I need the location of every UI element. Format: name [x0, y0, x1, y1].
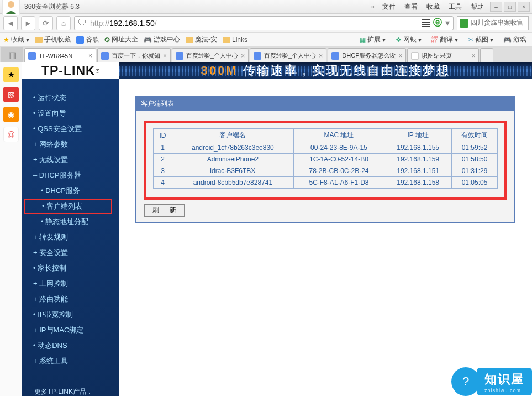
nav-item[interactable]: 上网控制: [22, 276, 119, 291]
nav-item[interactable]: 转发规则: [22, 230, 119, 245]
close-button[interactable]: ×: [518, 2, 530, 12]
nav-item[interactable]: 运行状态: [22, 90, 119, 106]
rail-at-icon[interactable]: @: [3, 127, 19, 142]
table-cell: 192.168.1.151: [384, 165, 452, 177]
bookmark-sites[interactable]: ✪网址大全: [104, 35, 138, 44]
tab-image[interactable]: 识图结果页×: [407, 48, 479, 62]
google-icon: [76, 36, 84, 44]
table-cell: 192.168.1.158: [384, 177, 452, 189]
table-cell: 1C-1A-C0-52-14-B0: [293, 154, 384, 165]
main-area: ★ ▧ ◉ @ TP-LINK® 300M 传输速率，实现无线自由连接梦想 运行…: [0, 62, 532, 396]
table-cell: AdminiseiPhone2: [172, 154, 293, 165]
bookmark-magic[interactable]: 魔法-安: [186, 35, 217, 44]
menu-view[interactable]: 查看: [400, 2, 422, 12]
router-content: 客户端列表 ID客户端名MAC 地址IP 地址有效时间 1android_1cf…: [119, 79, 532, 396]
forward-button[interactable]: ►: [21, 16, 35, 30]
qrcode-icon[interactable]: [422, 19, 430, 27]
tab-close-icon[interactable]: ×: [88, 52, 92, 60]
back-button[interactable]: ◄: [3, 16, 18, 30]
bank-button[interactable]: ❖网银 ▾: [393, 35, 424, 44]
nav-item[interactable]: 路由功能: [22, 291, 119, 307]
table-cell: 01:59:52: [452, 142, 498, 154]
tab-close-icon[interactable]: ×: [471, 52, 475, 60]
menu-favorites[interactable]: 收藏: [422, 2, 444, 12]
rail-shop-icon[interactable]: ▧: [3, 87, 19, 102]
table-cell: android_1cf78b263c3ee830: [172, 142, 293, 154]
star-icon: ★: [3, 36, 9, 44]
nav-item[interactable]: DHCP服务: [22, 183, 119, 199]
tab-dhcp[interactable]: DHCP服务器怎么设×: [328, 48, 406, 62]
nav-label: 动态DNS: [38, 341, 67, 350]
ext-button[interactable]: ▦扩展 ▾: [357, 35, 388, 44]
tab-jingyan2[interactable]: 百度经验_个人中心×: [250, 48, 326, 62]
maximize-button[interactable]: □: [504, 2, 516, 12]
favorites-button[interactable]: ★收藏 ▾: [3, 35, 29, 44]
address-bar: ◄ ► ⟳ ⌂ 🛡 http://192.168.1.50/ ⓔ ▾ 四川贪腐串…: [0, 14, 532, 33]
router-banner: TP-LINK® 300M 传输速率，实现无线自由连接梦想: [22, 62, 532, 79]
nav-more-products[interactable]: 更多TP-LINK产品， 请点击查看 >>: [30, 382, 111, 396]
nav-item[interactable]: 客户端列表: [24, 199, 112, 214]
tab-close-icon[interactable]: ×: [241, 52, 245, 60]
svg-point-1: [8, 1, 14, 8]
nav-label: 家长控制: [38, 264, 66, 272]
nav-label: IP带宽控制: [38, 310, 73, 319]
nav-label: DHCP服务器: [39, 171, 81, 179]
nav-label: 客户端列表: [46, 202, 82, 210]
nav-item[interactable]: 动态DNS: [22, 338, 119, 353]
dropdown-icon[interactable]: ▾: [445, 18, 450, 28]
new-tab-button[interactable]: +: [480, 48, 493, 62]
nav-item[interactable]: 网络参数: [22, 137, 119, 152]
favicon-icon: [331, 52, 339, 60]
favicon-icon: [28, 52, 36, 60]
site-list-icon[interactable]: ▥: [1, 47, 23, 62]
url-text: http://192.168.1.50/: [90, 19, 419, 28]
tab-jingyan1[interactable]: 百度经验_个人中心×: [172, 48, 249, 62]
games-button[interactable]: 🎮游戏: [501, 35, 529, 44]
nav-item[interactable]: 无线设置: [22, 152, 119, 168]
nav-label: 安全设置: [39, 248, 68, 257]
nav-item[interactable]: 静态地址分配: [22, 214, 119, 230]
table-header: IP 地址: [384, 129, 452, 142]
table-header: 有效时间: [452, 129, 498, 142]
tab-close-icon[interactable]: ×: [398, 52, 402, 60]
chevron-double-right-icon[interactable]: »: [367, 3, 378, 11]
search-field[interactable]: 四川贪腐串案收官: [457, 16, 529, 30]
bookmark-games[interactable]: 🎮游戏中心: [144, 35, 180, 44]
nav-item[interactable]: 安全设置: [22, 245, 119, 260]
table-row: 3idrac-B3F6TBX78-2B-CB-0C-2B-24192.168.1…: [154, 165, 498, 177]
tab-close-icon[interactable]: ×: [319, 52, 323, 60]
reload-button[interactable]: ⟳: [39, 16, 53, 30]
tab-close-icon[interactable]: ×: [163, 52, 167, 60]
tab-tlwr845n[interactable]: TL-WR845N×: [24, 48, 96, 62]
nav-item[interactable]: 设置向导: [22, 106, 119, 121]
bookmark-mobile[interactable]: 手机收藏: [35, 35, 71, 44]
table-row: 2AdminiseiPhone21C-1A-C0-52-14-B0192.168…: [154, 154, 498, 165]
refresh-button[interactable]: 刷 新: [144, 204, 185, 217]
folder-icon: [186, 37, 193, 43]
nav-item[interactable]: IP与MAC绑定: [22, 322, 119, 338]
nav-label: QSS安全设置: [38, 124, 81, 133]
nav-item[interactable]: IP带宽控制: [22, 307, 119, 322]
client-table-highlight: ID客户端名MAC 地址IP 地址有效时间 1android_1cf78b263…: [144, 121, 507, 200]
folder-icon: [223, 37, 230, 43]
menu-tools[interactable]: 工具: [444, 2, 466, 12]
menu-help[interactable]: 帮助: [466, 2, 488, 12]
bookmark-links[interactable]: Links: [223, 36, 247, 44]
table-cell: android-8cbb5db7e828741: [172, 177, 293, 189]
home-button[interactable]: ⌂: [56, 16, 71, 30]
nav-item[interactable]: 系统工具: [22, 353, 119, 369]
menu-file[interactable]: 文件: [378, 2, 400, 12]
rail-weibo-icon[interactable]: ◉: [3, 107, 19, 122]
rail-star-icon[interactable]: ★: [3, 67, 19, 82]
translate-button[interactable]: 譯翻译 ▾: [429, 35, 460, 44]
nav-item[interactable]: QSS安全设置: [22, 121, 119, 137]
tab-baidu[interactable]: 百度一下，你就知×: [97, 48, 171, 62]
nav-item[interactable]: DHCP服务器: [22, 168, 119, 183]
url-field[interactable]: 🛡 http://192.168.1.50/ ⓔ ▾: [74, 16, 454, 30]
scissors-icon: ✂: [468, 36, 473, 44]
screenshot-button[interactable]: ✂截图 ▾: [466, 35, 496, 44]
bookmark-google[interactable]: 谷歌: [76, 35, 99, 44]
nav-item[interactable]: 家长控制: [22, 260, 119, 276]
engine-icon[interactable]: ⓔ: [433, 17, 442, 29]
minimize-button[interactable]: –: [490, 2, 502, 12]
